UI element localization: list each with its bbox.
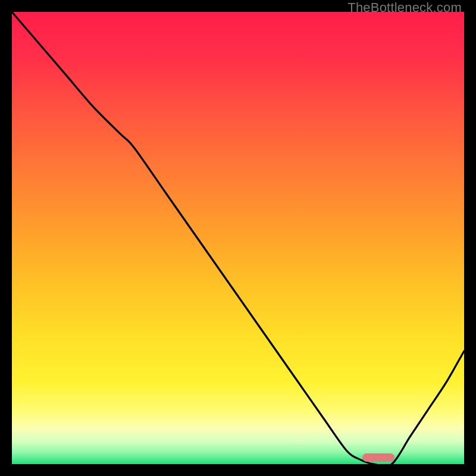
optimal-marker bbox=[362, 453, 394, 462]
watermark-text: TheBottleneck.com bbox=[347, 0, 462, 15]
plot-area bbox=[12, 12, 464, 464]
chart-frame: TheBottleneck.com bbox=[0, 0, 476, 476]
bottleneck-curve bbox=[12, 12, 464, 464]
